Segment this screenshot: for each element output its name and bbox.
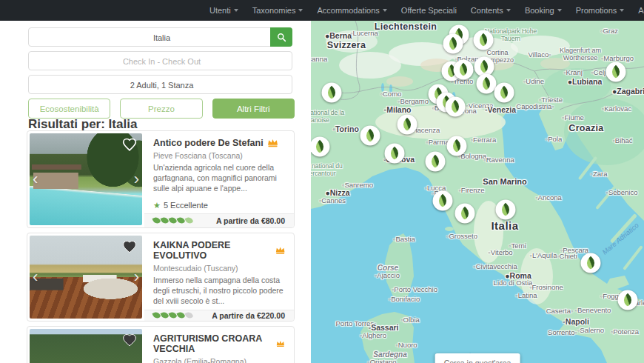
nav-menu-item[interactable]: Promotions <box>576 6 625 15</box>
leaf-icon <box>457 63 470 76</box>
card-title-text: Antico podere De Stefani <box>153 138 264 148</box>
leaf-icon <box>480 77 493 90</box>
eco-leaf-icon <box>169 311 178 320</box>
accommodation-map-marker[interactable] <box>398 115 417 135</box>
card-footer: A partire da €80.00 <box>144 213 294 227</box>
accommodation-map-marker[interactable] <box>494 83 514 103</box>
eco-leaf-icon <box>185 216 194 225</box>
card-location: Gazzola (Emilia-Romagna) <box>153 357 285 363</box>
leaf-icon <box>477 60 491 73</box>
chevron-down-icon <box>234 9 238 12</box>
accommodation-map-marker[interactable] <box>477 74 497 94</box>
nav-menu-item[interactable]: Contents <box>471 6 511 15</box>
leaf-icon <box>477 33 490 47</box>
accommodation-card[interactable]: ‹ › KAIKNA PODERE EVOLUTIVO Montescudaio… <box>27 233 295 322</box>
dates-row <box>28 51 292 70</box>
card-description: Un'azienda agricola nel cuore della garf… <box>153 162 285 194</box>
magnifier-icon <box>277 33 286 42</box>
eco-leaves <box>153 217 192 224</box>
card-price: A partire da €80.00 <box>216 216 285 225</box>
prev-photo-chevron-icon[interactable]: ‹ <box>33 269 38 285</box>
leaf-icon <box>446 37 460 50</box>
accommodation-card[interactable]: ‹ › Antico podere De Stefani Pieve Fosci… <box>27 130 295 228</box>
next-photo-chevron-icon[interactable]: › <box>134 171 139 187</box>
leaf-icon <box>325 86 338 99</box>
card-image: ‹ › <box>30 329 142 363</box>
favorite-heart-icon[interactable] <box>121 137 138 152</box>
accommodation-map-marker[interactable] <box>606 62 626 82</box>
leaf-icon <box>388 147 401 160</box>
eco-leaf-icon <box>185 311 194 320</box>
premium-crown-icon <box>276 339 285 348</box>
more-filters-button[interactable]: Altri Filtri <box>212 99 295 119</box>
eco-leaf-icon <box>177 216 186 225</box>
nav-menu-item[interactable]: Accommodations <box>317 6 386 15</box>
card-location: Pieve Fosciana (Toscana) <box>153 151 285 160</box>
price-filter-button[interactable]: Prezzo <box>120 99 202 119</box>
nav-menu-item[interactable]: Booking <box>525 6 562 15</box>
leaf-icon <box>497 86 511 99</box>
card-location: Montescudaio (Tuscany) <box>153 264 285 273</box>
accommodation-map-marker[interactable] <box>496 200 516 220</box>
destination-input[interactable] <box>29 28 295 47</box>
accommodation-card[interactable]: ‹ › AGRITURISMO CROARA VECCHIA Gazzola (… <box>27 326 295 363</box>
accommodation-map-marker[interactable] <box>447 136 467 156</box>
accommodation-map-marker[interactable] <box>454 60 474 80</box>
leaf-icon <box>313 140 326 153</box>
nav-menu-item[interactable]: Taxonomies <box>252 6 303 15</box>
search-results-panel: Ecosostenibilità Prezzo Altri Filtri Ris… <box>0 21 311 363</box>
nav-menu-item[interactable]: Offerte Speciali <box>401 6 457 15</box>
eco-leaves <box>153 312 192 319</box>
map[interactable]: Liechtenstein●BernaSvizzera◦LucernaLosan… <box>311 21 644 363</box>
leaf-icon <box>458 207 472 220</box>
star-icon: ★ <box>153 201 161 210</box>
next-photo-chevron-icon[interactable]: › <box>134 269 139 285</box>
leaf-icon <box>621 293 634 307</box>
eco-filter-button[interactable]: Ecosostenibilità <box>28 99 110 119</box>
accommodation-map-marker[interactable] <box>455 204 475 224</box>
checkin-checkout-input[interactable] <box>29 52 295 71</box>
eco-leaf-icon <box>152 311 161 320</box>
accommodation-map-marker[interactable] <box>581 253 601 273</box>
accommodation-map-marker[interactable] <box>322 83 342 103</box>
nav-menu-item[interactable]: Admin <box>638 6 644 15</box>
favorite-heart-icon[interactable] <box>121 333 138 347</box>
search-this-area-button[interactable]: Cerca in quest'area <box>435 353 520 363</box>
prev-photo-chevron-icon[interactable]: ‹ <box>33 171 38 187</box>
leaf-icon <box>429 155 442 168</box>
card-title-text: KAIKNA PODERE EVOLUTIVO <box>153 240 272 261</box>
card-title: KAIKNA PODERE EVOLUTIVO <box>153 240 285 261</box>
leaf-icon <box>584 256 597 270</box>
chevron-down-icon <box>506 9 511 12</box>
leaf-icon <box>400 118 414 131</box>
results-heading: Risultati per: Italia <box>28 117 137 132</box>
accommodation-map-marker[interactable] <box>433 191 453 211</box>
chevron-down-icon <box>298 9 303 12</box>
nav-menu-item[interactable]: Utenti <box>209 6 238 15</box>
accommodation-map-marker[interactable] <box>446 97 466 117</box>
eco-leaf-icon <box>169 216 178 225</box>
favorite-heart-icon[interactable] <box>121 239 138 254</box>
premium-crown-icon <box>267 139 278 147</box>
premium-crown-icon <box>275 246 285 255</box>
accommodation-map-marker[interactable] <box>360 126 380 146</box>
nav-item-label: Taxonomies <box>252 6 296 15</box>
eco-leaf-icon <box>177 311 186 320</box>
card-image: ‹ › <box>30 133 142 225</box>
guests-rooms-input[interactable] <box>29 76 295 95</box>
accommodation-map-marker[interactable] <box>474 30 494 50</box>
accommodation-map-marker[interactable] <box>443 34 463 54</box>
accommodation-map-marker[interactable] <box>618 290 638 310</box>
search-button[interactable] <box>270 27 292 47</box>
guests-row <box>28 75 292 94</box>
leaf-icon <box>449 100 462 113</box>
nav-item-label: Booking <box>525 6 554 15</box>
top-navbar: Utenti Taxonomies Accommodations Offerte… <box>0 0 644 21</box>
card-footer: A partire da €220.00 <box>144 310 294 321</box>
accommodation-map-marker[interactable] <box>426 152 446 172</box>
accommodation-map-marker[interactable] <box>385 144 405 164</box>
card-price: A partire da €220.00 <box>212 311 285 320</box>
rating-text: 5 Eccellente <box>164 201 208 210</box>
card-title: AGRITURISMO CROARA VECCHIA <box>153 333 285 354</box>
nav-item-label: Promotions <box>576 6 617 15</box>
